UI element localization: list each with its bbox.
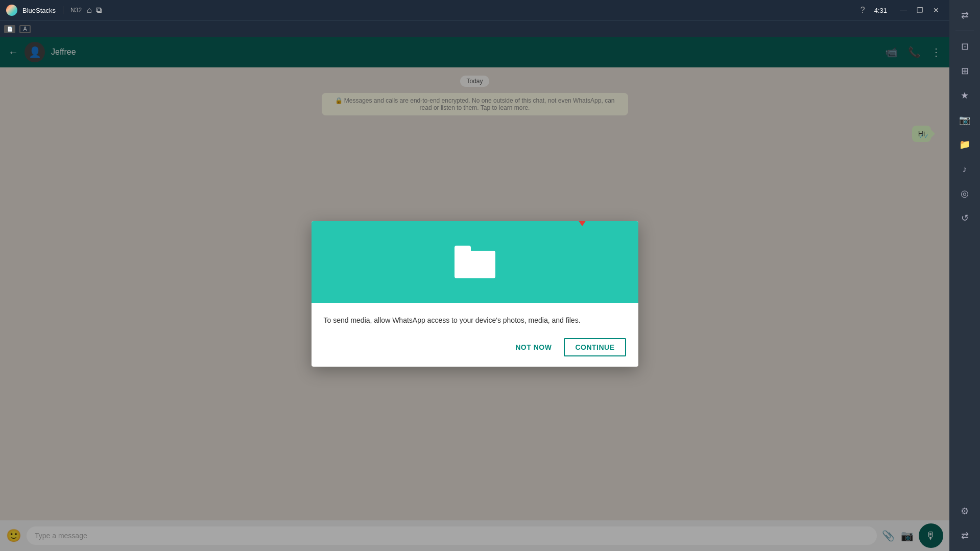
sidebar-location-icon[interactable]: ◎ bbox=[953, 182, 976, 205]
dialog-content: To send media, allow WhatsApp access to … bbox=[312, 303, 638, 367]
titlebar: BlueStacks N32 ⌂ ⧉ ? 4:31 — ❐ ✕ bbox=[0, 0, 949, 20]
window-controls: — ❐ ✕ bbox=[896, 5, 943, 16]
restore-button[interactable]: ❐ bbox=[913, 5, 927, 16]
multiwindow-icon[interactable]: ⧉ bbox=[96, 6, 102, 15]
clock: 4:31 bbox=[874, 7, 887, 14]
folder-icon bbox=[455, 246, 495, 278]
titlebar-badge: N32 bbox=[70, 7, 82, 14]
sidebar-monitor-icon[interactable]: ⊡ bbox=[953, 35, 976, 58]
sidebar-expand2-icon[interactable]: ⇄ bbox=[953, 524, 976, 547]
whatsapp-area: ← 👤 Jeffree 📹 📞 ⋮ Today 🔒 Messages and c… bbox=[0, 37, 949, 551]
sidebar-folder-icon[interactable]: 📁 bbox=[953, 133, 976, 156]
permission-dialog: To send media, allow WhatsApp access to … bbox=[312, 221, 638, 367]
bluestacks-logo bbox=[6, 5, 17, 16]
dialog-message-text: To send media, allow WhatsApp access to … bbox=[324, 315, 626, 326]
sidebar-expand-icon[interactable]: ⇄ bbox=[953, 4, 976, 27]
text-icon[interactable]: A bbox=[19, 25, 31, 33]
dialog-actions: NOT NOW CONTINUE bbox=[324, 338, 626, 356]
file-icon[interactable]: 📄 bbox=[4, 25, 15, 33]
sidebar-divider-1 bbox=[955, 31, 974, 31]
not-now-button[interactable]: NOT NOW bbox=[509, 339, 558, 355]
sidebar-volume-icon[interactable]: ♪ bbox=[953, 158, 976, 180]
sidebar-settings-icon[interactable]: ⚙ bbox=[953, 500, 976, 522]
sidebar-rotate-icon[interactable]: ↺ bbox=[953, 207, 976, 229]
dialog-overlay: To send media, allow WhatsApp access to … bbox=[0, 37, 949, 551]
close-button[interactable]: ✕ bbox=[929, 5, 943, 16]
home-icon[interactable]: ⌂ bbox=[87, 6, 92, 15]
continue-button[interactable]: CONTINUE bbox=[564, 338, 626, 356]
folder-body bbox=[455, 251, 495, 278]
help-icon[interactable]: ? bbox=[861, 6, 865, 15]
sidebar-layers-icon[interactable]: ⊞ bbox=[953, 60, 976, 82]
sidebar-star-icon[interactable]: ★ bbox=[953, 84, 976, 107]
titlebar-nav-icons: ⌂ ⧉ bbox=[87, 6, 102, 15]
app-name: BlueStacks bbox=[22, 7, 56, 14]
titlebar-divider bbox=[63, 6, 63, 14]
right-sidebar: ⇄ ⊡ ⊞ ★ 📷 📁 ♪ ◎ ↺ ⚙ ⇄ bbox=[949, 0, 980, 551]
minimize-button[interactable]: — bbox=[896, 5, 911, 16]
dialog-image bbox=[312, 221, 638, 303]
sidebar-camera-icon[interactable]: 📷 bbox=[953, 109, 976, 131]
toolbar2: 📄 A bbox=[0, 20, 949, 37]
